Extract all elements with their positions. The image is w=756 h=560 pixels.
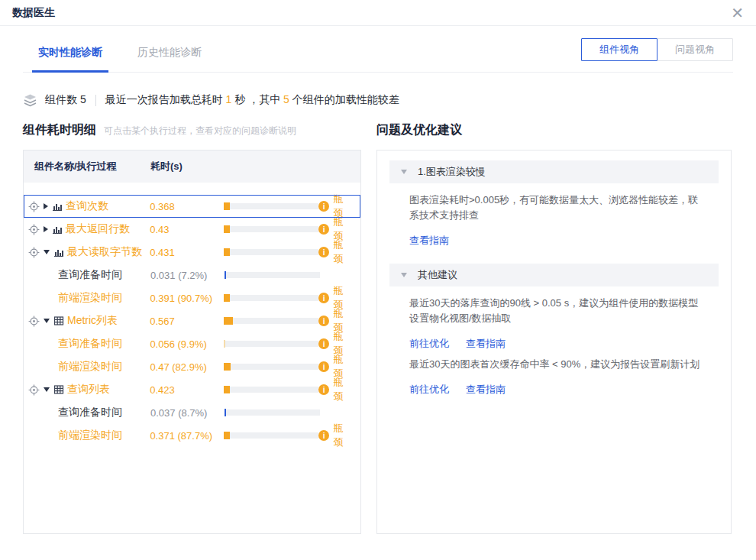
- view-guide-link[interactable]: 查看指南: [466, 336, 506, 351]
- divider: [95, 95, 96, 106]
- suggestions-panel: 问题及优化建议 1.图表渲染较慢 图表渲染耗时>0.005秒，有可能数据量太大、…: [376, 122, 732, 534]
- table-row[interactable]: 最大读取字节数 0.431 i瓶颈: [24, 241, 360, 264]
- time-value: 0.056 (9.9%): [150, 338, 224, 350]
- time-bar: [225, 409, 320, 416]
- view-guide-link[interactable]: 查看指南: [466, 382, 506, 397]
- table-row[interactable]: 前端渲染时间 0.371 (87.7%) i瓶颈: [24, 424, 360, 447]
- component-name[interactable]: 最大返回行数: [66, 222, 130, 236]
- summary-text: 最近一次报告加载总耗时 1 秒 ，其中 5 个组件的加载性能较差: [105, 93, 399, 107]
- right-panel-title: 问题及优化建议: [376, 122, 462, 138]
- table-row[interactable]: 前端渲染时间 0.47 (82.9%) i瓶颈: [24, 355, 360, 378]
- info-icon[interactable]: i: [318, 316, 329, 326]
- bottleneck-badge[interactable]: i瓶颈: [318, 238, 360, 266]
- locate-component-icon[interactable]: [28, 201, 40, 212]
- bottleneck-badge[interactable]: i瓶颈: [318, 376, 360, 403]
- tab-history-diagnosis[interactable]: 历史性能诊断: [131, 46, 208, 73]
- process-name[interactable]: 查询准备时间: [58, 406, 122, 419]
- time-bar: [224, 341, 318, 347]
- toolbar: 实时性能诊断 历史性能诊断 组件视角 问题视角: [23, 26, 733, 73]
- info-icon[interactable]: i: [318, 293, 329, 303]
- process-name[interactable]: 前端渲染时间: [58, 360, 122, 374]
- component-name[interactable]: Metric列表: [67, 314, 118, 328]
- table-row[interactable]: Metric列表 0.567 i瓶颈: [24, 309, 360, 332]
- time-bar: [224, 226, 318, 232]
- time-bar: [224, 432, 318, 439]
- process-name[interactable]: 查询准备时间: [58, 268, 122, 282]
- accordion-body: 最近30天的落库查询的90线 > 0.05 s，建议为组件使用的数据模型设置物化…: [389, 286, 719, 413]
- time-bar: [224, 364, 318, 370]
- chart-icon: [52, 201, 63, 212]
- table-row[interactable]: 前端渲染时间 0.391 (90.7%) i瓶颈: [24, 286, 360, 309]
- component-name[interactable]: 最大读取字节数: [67, 245, 142, 259]
- time-value: 0.031 (7.2%): [150, 270, 225, 281]
- info-icon[interactable]: i: [318, 247, 329, 257]
- suggestions-card: 1.图表渲染较慢 图表渲染耗时>0.005秒，有可能数据量太大、浏览器性能较差，…: [376, 150, 732, 534]
- info-icon[interactable]: i: [318, 361, 329, 372]
- chart-icon: [52, 224, 63, 235]
- column-header-time: 耗时(s): [150, 160, 225, 173]
- info-icon[interactable]: i: [318, 224, 329, 235]
- info-icon[interactable]: i: [318, 201, 329, 212]
- tab-realtime-diagnosis[interactable]: 实时性能诊断: [32, 46, 108, 73]
- time-value: 0.391 (90.7%): [150, 293, 224, 304]
- info-icon[interactable]: i: [318, 430, 329, 441]
- process-name[interactable]: 前端渲染时间: [58, 429, 122, 442]
- column-header-name: 组件名称/执行过程: [34, 160, 150, 173]
- table-row[interactable]: 查询次数 0.368 i瓶颈: [24, 195, 360, 218]
- component-name[interactable]: 查询次数: [66, 199, 108, 213]
- table-body: 查询次数 0.368 i瓶颈 最大返回行数: [24, 183, 360, 447]
- table-row[interactable]: 最大返回行数 0.43 i瓶颈: [24, 218, 360, 241]
- time-bar: [224, 318, 318, 324]
- info-icon[interactable]: i: [318, 384, 329, 395]
- close-icon[interactable]: ✕: [731, 5, 744, 21]
- tab-bar: 实时性能诊断 历史性能诊断: [32, 46, 208, 72]
- time-value: 0.371 (87.7%): [150, 430, 224, 442]
- accordion-header-other[interactable]: 其他建议: [389, 264, 719, 286]
- time-bar: [224, 249, 318, 255]
- collapse-triangle-icon[interactable]: [401, 170, 407, 174]
- expand-caret-icon[interactable]: [44, 203, 48, 209]
- chart-icon: [53, 247, 64, 257]
- go-optimize-link[interactable]: 前往优化: [409, 382, 449, 397]
- suggestion-text: 最近30天的图表首次缓存命中率 < 90%，建议为报告设置刷新计划: [409, 357, 700, 372]
- collapse-triangle-icon[interactable]: [401, 273, 407, 277]
- time-value: 0.037 (8.7%): [150, 407, 225, 419]
- view-guide-link[interactable]: 查看指南: [409, 233, 449, 248]
- locate-component-icon[interactable]: [28, 384, 40, 396]
- component-detail-panel: 组件耗时明细 可点击某个执行过程，查看对应的问题诊断说明 组件名称/执行过程 耗…: [23, 122, 361, 534]
- info-icon[interactable]: i: [318, 338, 329, 349]
- collapse-caret-icon[interactable]: [44, 387, 50, 392]
- time-bar: [224, 295, 318, 301]
- accordion-header-chart-render[interactable]: 1.图表渲染较慢: [389, 160, 719, 183]
- locate-component-icon[interactable]: [28, 224, 40, 235]
- accordion-body: 图表渲染耗时>0.005秒，有可能数据量太大、浏览器性能较差，联系技术支持排查 …: [389, 183, 719, 264]
- table-row[interactable]: 查询列表 0.423 i瓶颈: [24, 378, 360, 401]
- component-view-button[interactable]: 组件视角: [581, 38, 657, 61]
- bottleneck-badge[interactable]: i瓶颈: [318, 422, 360, 449]
- modal-title: 数据医生: [12, 6, 55, 20]
- accordion-title: 其他建议: [418, 268, 457, 282]
- time-bar: [224, 203, 318, 209]
- process-name[interactable]: 查询准备时间: [58, 337, 122, 351]
- layers-icon: [23, 93, 37, 107]
- left-panel-hint: 可点击某个执行过程，查看对应的问题诊断说明: [104, 125, 296, 138]
- suggestion-text: 最近30天的落库查询的90线 > 0.05 s，建议为组件使用的数据模型设置物化…: [409, 296, 700, 326]
- go-optimize-link[interactable]: 前往优化: [409, 336, 449, 351]
- locate-component-icon[interactable]: [28, 316, 40, 327]
- table-row[interactable]: 查询准备时间 0.056 (9.9%) i瓶颈: [24, 332, 360, 355]
- time-value: 0.423: [150, 384, 224, 396]
- modal-titlebar: 数据医生 ✕: [0, 0, 756, 26]
- time-bar: [225, 272, 320, 278]
- table-row[interactable]: 查询准备时间 0.037 (8.7%): [24, 401, 360, 424]
- expand-caret-icon[interactable]: [44, 226, 48, 232]
- process-name[interactable]: 前端渲染时间: [58, 291, 122, 305]
- summary-line: 组件数 5 最近一次报告加载总耗时 1 秒 ，其中 5 个组件的加载性能较差: [23, 93, 733, 107]
- table-icon: [53, 384, 64, 395]
- component-name[interactable]: 查询列表: [67, 383, 110, 397]
- problem-view-button[interactable]: 问题视角: [657, 38, 733, 61]
- locate-component-icon[interactable]: [28, 247, 40, 258]
- table-row[interactable]: 查询准备时间 0.031 (7.2%): [24, 264, 360, 286]
- collapse-caret-icon[interactable]: [44, 250, 50, 254]
- accordion-title: 1.图表渲染较慢: [418, 165, 486, 179]
- collapse-caret-icon[interactable]: [44, 319, 50, 323]
